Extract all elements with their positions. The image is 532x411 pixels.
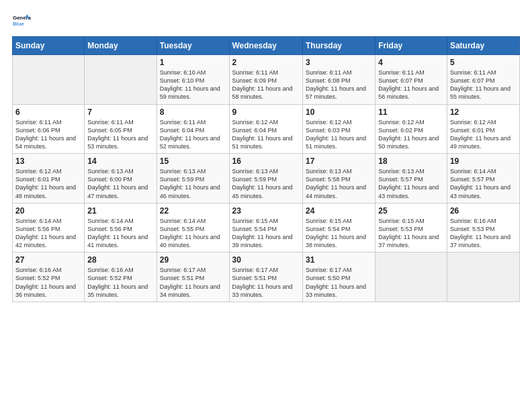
- calendar-cell: 21Sunrise: 6:14 AM Sunset: 5:56 PM Dayli…: [85, 203, 157, 253]
- day-info: Sunrise: 6:17 AM Sunset: 5:51 PM Dayligh…: [232, 266, 300, 299]
- day-info: Sunrise: 6:13 AM Sunset: 6:00 PM Dayligh…: [87, 167, 153, 200]
- day-number: 11: [378, 107, 444, 117]
- calendar-cell: 24Sunrise: 6:15 AM Sunset: 5:54 PM Dayli…: [302, 203, 375, 253]
- day-number: 29: [160, 255, 226, 265]
- calendar-week-row: 20Sunrise: 6:14 AM Sunset: 5:56 PM Dayli…: [13, 203, 520, 253]
- calendar-cell: 9Sunrise: 6:12 AM Sunset: 6:04 PM Daylig…: [229, 104, 302, 154]
- day-info: Sunrise: 6:15 AM Sunset: 5:53 PM Dayligh…: [378, 217, 444, 250]
- day-info: Sunrise: 6:13 AM Sunset: 5:58 PM Dayligh…: [306, 167, 372, 200]
- calendar-cell: 1Sunrise: 6:10 AM Sunset: 6:10 PM Daylig…: [157, 55, 229, 105]
- calendar-cell: 23Sunrise: 6:15 AM Sunset: 5:54 PM Dayli…: [229, 203, 302, 253]
- day-number: 1: [160, 58, 226, 67]
- day-info: Sunrise: 6:15 AM Sunset: 5:54 PM Dayligh…: [306, 217, 372, 250]
- calendar-cell: 14Sunrise: 6:13 AM Sunset: 6:00 PM Dayli…: [85, 154, 157, 203]
- calendar-cell: [85, 55, 157, 105]
- calendar-cell: 7Sunrise: 6:11 AM Sunset: 6:05 PM Daylig…: [85, 104, 157, 154]
- day-info: Sunrise: 6:11 AM Sunset: 6:07 PM Dayligh…: [450, 68, 517, 101]
- calendar-cell: 16Sunrise: 6:13 AM Sunset: 5:59 PM Dayli…: [229, 154, 302, 203]
- day-info: Sunrise: 6:11 AM Sunset: 6:06 PM Dayligh…: [15, 118, 81, 151]
- day-info: Sunrise: 6:17 AM Sunset: 5:51 PM Dayligh…: [160, 266, 226, 299]
- calendar-cell: 13Sunrise: 6:12 AM Sunset: 6:01 PM Dayli…: [13, 154, 85, 203]
- logo-icon: General Blue: [12, 12, 31, 31]
- calendar-cell: 6Sunrise: 6:11 AM Sunset: 6:06 PM Daylig…: [13, 104, 85, 154]
- day-info: Sunrise: 6:15 AM Sunset: 5:54 PM Dayligh…: [232, 217, 300, 250]
- calendar-cell: 8Sunrise: 6:11 AM Sunset: 6:04 PM Daylig…: [157, 104, 229, 154]
- day-number: 2: [232, 58, 300, 67]
- day-number: 27: [15, 255, 81, 265]
- weekday-header: Tuesday: [157, 37, 229, 55]
- day-info: Sunrise: 6:11 AM Sunset: 6:05 PM Dayligh…: [87, 118, 153, 151]
- day-info: Sunrise: 6:12 AM Sunset: 6:02 PM Dayligh…: [378, 118, 444, 151]
- weekday-header: Saturday: [447, 37, 519, 55]
- day-number: 25: [378, 206, 444, 216]
- weekday-header: Wednesday: [229, 37, 302, 55]
- calendar-week-row: 6Sunrise: 6:11 AM Sunset: 6:06 PM Daylig…: [13, 104, 520, 154]
- calendar-week-row: 1Sunrise: 6:10 AM Sunset: 6:10 PM Daylig…: [13, 55, 520, 105]
- day-number: 7: [87, 107, 153, 117]
- calendar-cell: 27Sunrise: 6:16 AM Sunset: 5:52 PM Dayli…: [13, 253, 85, 302]
- day-number: 12: [450, 107, 517, 117]
- day-number: 21: [87, 206, 153, 216]
- calendar-cell: 5Sunrise: 6:11 AM Sunset: 6:07 PM Daylig…: [447, 55, 519, 105]
- svg-text:Blue: Blue: [13, 21, 25, 27]
- weekday-header: Friday: [375, 37, 447, 55]
- day-info: Sunrise: 6:11 AM Sunset: 6:09 PM Dayligh…: [232, 68, 300, 101]
- calendar-cell: [13, 55, 85, 105]
- day-number: 31: [306, 255, 372, 265]
- calendar-cell: 26Sunrise: 6:16 AM Sunset: 5:53 PM Dayli…: [447, 203, 519, 253]
- calendar-week-row: 27Sunrise: 6:16 AM Sunset: 5:52 PM Dayli…: [13, 253, 520, 302]
- day-info: Sunrise: 6:13 AM Sunset: 5:59 PM Dayligh…: [160, 167, 226, 200]
- calendar-cell: 28Sunrise: 6:16 AM Sunset: 5:52 PM Dayli…: [85, 253, 157, 302]
- day-info: Sunrise: 6:16 AM Sunset: 5:52 PM Dayligh…: [15, 266, 81, 299]
- calendar-week-row: 13Sunrise: 6:12 AM Sunset: 6:01 PM Dayli…: [13, 154, 520, 203]
- day-number: 5: [450, 58, 517, 67]
- calendar-cell: 12Sunrise: 6:12 AM Sunset: 6:01 PM Dayli…: [447, 104, 519, 154]
- day-number: 24: [306, 206, 372, 216]
- day-number: 3: [306, 58, 372, 67]
- day-number: 26: [450, 206, 517, 216]
- day-info: Sunrise: 6:14 AM Sunset: 5:57 PM Dayligh…: [450, 167, 517, 200]
- calendar-cell: 10Sunrise: 6:12 AM Sunset: 6:03 PM Dayli…: [302, 104, 375, 154]
- day-number: 19: [450, 156, 517, 166]
- day-info: Sunrise: 6:14 AM Sunset: 5:56 PM Dayligh…: [15, 217, 81, 250]
- day-number: 16: [232, 156, 300, 166]
- calendar-cell: 17Sunrise: 6:13 AM Sunset: 5:58 PM Dayli…: [302, 154, 375, 203]
- day-info: Sunrise: 6:11 AM Sunset: 6:08 PM Dayligh…: [306, 68, 372, 101]
- page: General Blue SundayMondayTuesdayWednesda…: [0, 0, 532, 411]
- day-number: 17: [306, 156, 372, 166]
- calendar-cell: 2Sunrise: 6:11 AM Sunset: 6:09 PM Daylig…: [229, 55, 302, 105]
- day-number: 13: [15, 156, 81, 166]
- weekday-header: Thursday: [302, 37, 375, 55]
- weekday-header: Sunday: [13, 37, 85, 55]
- day-info: Sunrise: 6:12 AM Sunset: 6:03 PM Dayligh…: [306, 118, 372, 151]
- calendar-cell: 15Sunrise: 6:13 AM Sunset: 5:59 PM Dayli…: [157, 154, 229, 203]
- day-number: 22: [160, 206, 226, 216]
- day-info: Sunrise: 6:14 AM Sunset: 5:55 PM Dayligh…: [160, 217, 226, 250]
- day-info: Sunrise: 6:12 AM Sunset: 6:01 PM Dayligh…: [450, 118, 517, 151]
- day-number: 28: [87, 255, 153, 265]
- day-info: Sunrise: 6:11 AM Sunset: 6:07 PM Dayligh…: [378, 68, 444, 101]
- calendar-cell: 20Sunrise: 6:14 AM Sunset: 5:56 PM Dayli…: [13, 203, 85, 253]
- day-number: 23: [232, 206, 300, 216]
- day-number: 20: [15, 206, 81, 216]
- day-info: Sunrise: 6:16 AM Sunset: 5:52 PM Dayligh…: [87, 266, 153, 299]
- day-info: Sunrise: 6:12 AM Sunset: 6:01 PM Dayligh…: [15, 167, 81, 200]
- calendar-header-row: SundayMondayTuesdayWednesdayThursdayFrid…: [13, 37, 520, 55]
- day-info: Sunrise: 6:16 AM Sunset: 5:53 PM Dayligh…: [450, 217, 517, 250]
- calendar-table: SundayMondayTuesdayWednesdayThursdayFrid…: [12, 36, 520, 302]
- calendar-cell: 22Sunrise: 6:14 AM Sunset: 5:55 PM Dayli…: [157, 203, 229, 253]
- calendar-cell: 11Sunrise: 6:12 AM Sunset: 6:02 PM Dayli…: [375, 104, 447, 154]
- calendar-cell: 18Sunrise: 6:13 AM Sunset: 5:57 PM Dayli…: [375, 154, 447, 203]
- header: General Blue: [12, 12, 520, 31]
- calendar-cell: 30Sunrise: 6:17 AM Sunset: 5:51 PM Dayli…: [229, 253, 302, 302]
- day-number: 14: [87, 156, 153, 166]
- day-info: Sunrise: 6:17 AM Sunset: 5:50 PM Dayligh…: [306, 266, 372, 299]
- day-info: Sunrise: 6:11 AM Sunset: 6:04 PM Dayligh…: [160, 118, 226, 151]
- day-number: 30: [232, 255, 300, 265]
- day-info: Sunrise: 6:10 AM Sunset: 6:10 PM Dayligh…: [160, 68, 226, 101]
- calendar-cell: [447, 253, 519, 302]
- calendar-cell: 3Sunrise: 6:11 AM Sunset: 6:08 PM Daylig…: [302, 55, 375, 105]
- calendar-cell: 29Sunrise: 6:17 AM Sunset: 5:51 PM Dayli…: [157, 253, 229, 302]
- day-info: Sunrise: 6:13 AM Sunset: 5:57 PM Dayligh…: [378, 167, 444, 200]
- day-number: 4: [378, 58, 444, 67]
